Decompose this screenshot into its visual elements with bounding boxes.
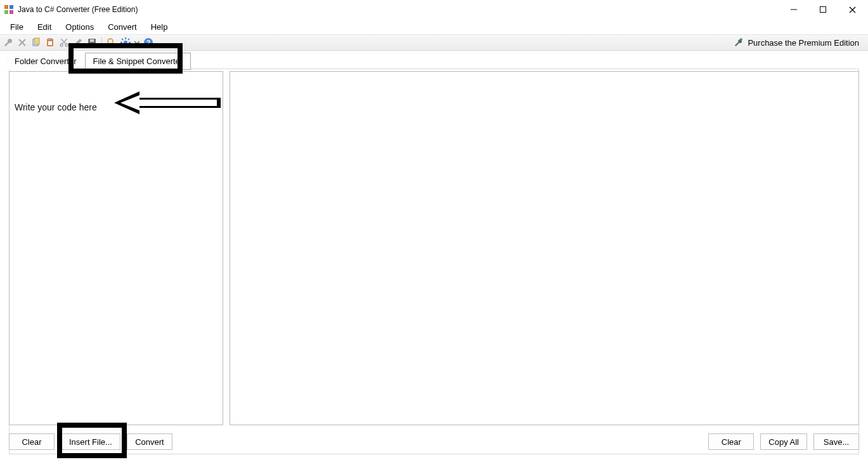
save-icon[interactable]	[86, 37, 98, 48]
menu-convert[interactable]: Convert	[101, 21, 143, 33]
svg-line-29	[128, 39, 129, 40]
wrench-plus-icon	[734, 37, 744, 48]
workarea	[9, 71, 859, 425]
convert-button[interactable]: Convert	[127, 433, 172, 450]
svg-point-20	[108, 39, 113, 44]
output-pane	[230, 71, 859, 425]
svg-text:?: ?	[146, 39, 151, 46]
scissors-icon[interactable]	[58, 37, 70, 48]
maximize-button[interactable]	[808, 0, 838, 19]
svg-rect-19	[90, 39, 94, 42]
clear-output-button[interactable]: Clear	[708, 433, 754, 450]
premium-link[interactable]: Purchase the Premium Edition	[727, 37, 865, 48]
copy-all-button[interactable]: Copy All	[760, 433, 807, 450]
tab-file-snippet-converter[interactable]: File & Snippet Converter	[85, 53, 191, 70]
wrench-icon[interactable]	[3, 37, 14, 48]
menu-help[interactable]: Help	[145, 21, 174, 33]
svg-line-28	[128, 45, 129, 46]
minimize-button[interactable]	[779, 0, 808, 19]
menubar: File Edit Options Convert Help	[0, 19, 868, 34]
help-icon[interactable]: ?	[143, 37, 154, 48]
delete-icon[interactable]	[16, 37, 28, 48]
chevron-down-icon[interactable]	[134, 37, 140, 48]
copy-icon[interactable]	[30, 37, 42, 48]
svg-line-21	[112, 43, 115, 46]
premium-link-label: Purchase the Premium Edition	[748, 38, 859, 48]
svg-rect-3	[10, 10, 13, 14]
svg-point-22	[124, 41, 127, 44]
svg-rect-18	[89, 43, 94, 46]
source-code-input[interactable]	[10, 72, 223, 425]
svg-line-27	[122, 39, 123, 40]
close-button[interactable]	[838, 0, 867, 19]
tab-folder-converter[interactable]: Folder Converter	[6, 53, 85, 70]
svg-rect-5	[820, 7, 826, 13]
paste-icon[interactable]	[44, 37, 56, 48]
svg-rect-2	[4, 10, 8, 14]
clear-source-button[interactable]: Clear	[9, 433, 55, 450]
svg-line-30	[122, 45, 123, 46]
window-title: Java to C# Converter (Free Edition)	[18, 5, 138, 14]
save-output-button[interactable]: Save...	[813, 433, 859, 450]
svg-rect-13	[48, 38, 52, 40]
insert-file-button[interactable]: Insert File...	[61, 433, 120, 450]
svg-point-16	[65, 44, 68, 46]
svg-rect-11	[34, 38, 39, 44]
tabstrip: Folder Converter File & Snippet Converte…	[0, 51, 868, 70]
svg-rect-1	[10, 5, 13, 9]
toolbar: ? Purchase the Premium Edition	[0, 34, 868, 51]
svg-rect-0	[4, 5, 8, 9]
output-code[interactable]	[230, 72, 858, 425]
pencil-icon[interactable]	[72, 37, 84, 48]
gear-icon[interactable]	[120, 37, 131, 48]
menu-options[interactable]: Options	[59, 21, 100, 33]
app-icon	[4, 4, 14, 15]
menu-edit[interactable]: Edit	[31, 21, 58, 33]
svg-point-15	[60, 44, 63, 46]
bottombar: Clear Insert File... Convert Clear Copy …	[9, 430, 859, 453]
menu-file[interactable]: File	[4, 21, 30, 33]
svg-rect-14	[48, 41, 52, 45]
titlebar: Java to C# Converter (Free Edition)	[0, 0, 868, 19]
magnifier-icon[interactable]	[106, 37, 117, 48]
source-pane	[9, 71, 223, 425]
